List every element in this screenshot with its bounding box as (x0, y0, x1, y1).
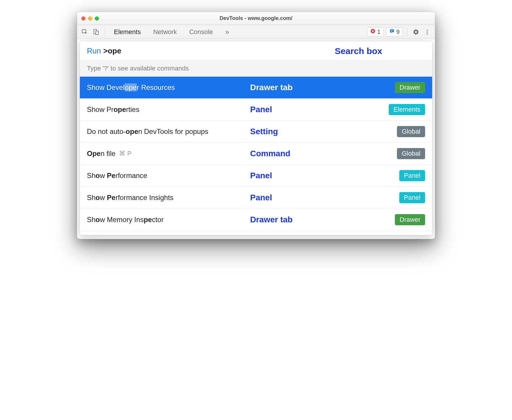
inspect-element-icon[interactable] (80, 27, 90, 37)
annotation-label: Panel (250, 105, 272, 114)
command-result-row[interactable]: Show Developer ResourcesDrawer tabDrawer (80, 77, 432, 99)
separator (105, 28, 105, 36)
status-badges: 1 9 (367, 27, 403, 36)
errors-count: 1 (377, 28, 380, 35)
separator (407, 28, 407, 36)
category-pill: Global (397, 148, 425, 159)
command-hint: Type '?' to see available commands (80, 60, 432, 77)
devtools-window: DevTools - www.google.com/ Elements Netw… (77, 12, 435, 239)
titlebar: DevTools - www.google.com/ (77, 12, 435, 25)
category-pill: Global (397, 126, 425, 137)
settings-gear-icon[interactable] (411, 27, 421, 37)
svg-point-6 (427, 31, 428, 33)
command-search-input[interactable]: >ope (103, 46, 121, 56)
devtools-toolbar: Elements Network Console » 1 9 (77, 25, 435, 39)
annotation-label: Panel (250, 171, 272, 180)
category-pill: Drawer (395, 214, 425, 225)
device-toolbar-icon[interactable] (91, 27, 101, 37)
command-result-row[interactable]: Show PerformancePanelPanel (80, 165, 432, 187)
command-result-text: Show Memory Inspector (87, 216, 164, 224)
annotation-label: Drawer tab (250, 83, 293, 92)
category-pill: Drawer (395, 82, 425, 93)
command-results: Show Developer ResourcesDrawer tabDrawer… (80, 77, 432, 231)
command-search-row[interactable]: Run >ope Search box (80, 41, 432, 60)
window-title: DevTools - www.google.com/ (77, 15, 435, 21)
command-result-text: Show Developer Resources (87, 83, 175, 92)
command-result-text: Do not auto-open DevTools for popups (87, 127, 208, 136)
message-icon (389, 28, 395, 35)
kebab-menu-icon[interactable] (422, 27, 432, 37)
annotation-label: Setting (250, 127, 278, 136)
messages-badge[interactable]: 9 (386, 27, 403, 36)
error-icon (370, 28, 375, 35)
svg-point-7 (427, 33, 428, 34)
command-result-row[interactable]: Show Performance InsightsPanelPanel (80, 187, 432, 209)
panel-tabs: Elements Network Console » (112, 26, 231, 38)
keyboard-shortcut: ⌘ P (119, 150, 132, 157)
command-result-row[interactable]: Open file⌘ PCommandGlobal (80, 143, 432, 165)
command-result-text: Open file⌘ P (87, 149, 132, 158)
annotation-label: Command (250, 149, 290, 158)
category-pill: Panel (399, 170, 425, 181)
tabs-overflow-icon[interactable]: » (223, 28, 231, 36)
command-menu: Run >ope Search box Type '?' to see avai… (80, 41, 432, 235)
command-result-row[interactable]: Show PropertiesPanelElements (80, 99, 432, 121)
command-result-row[interactable]: Do not auto-open DevTools for popupsSett… (80, 121, 432, 143)
messages-count: 9 (396, 28, 400, 35)
tab-network[interactable]: Network (151, 26, 179, 38)
command-result-text: Show Properties (87, 105, 139, 114)
tab-console[interactable]: Console (187, 26, 215, 38)
command-result-row[interactable]: Show Memory InspectorDrawer tabDrawer (80, 209, 432, 231)
annotation-search-box: Search box (335, 46, 382, 56)
svg-rect-2 (96, 31, 98, 35)
run-label: Run (87, 46, 101, 56)
category-pill: Elements (389, 104, 425, 115)
annotation-label: Drawer tab (250, 215, 293, 224)
command-result-text: Show Performance (87, 172, 147, 180)
annotation-label: Panel (250, 193, 272, 202)
svg-rect-4 (390, 29, 394, 32)
errors-badge[interactable]: 1 (367, 27, 384, 36)
category-pill: Panel (399, 192, 425, 203)
tab-elements[interactable]: Elements (112, 26, 143, 38)
command-result-text: Show Performance Insights (87, 194, 174, 202)
svg-point-5 (427, 29, 428, 31)
